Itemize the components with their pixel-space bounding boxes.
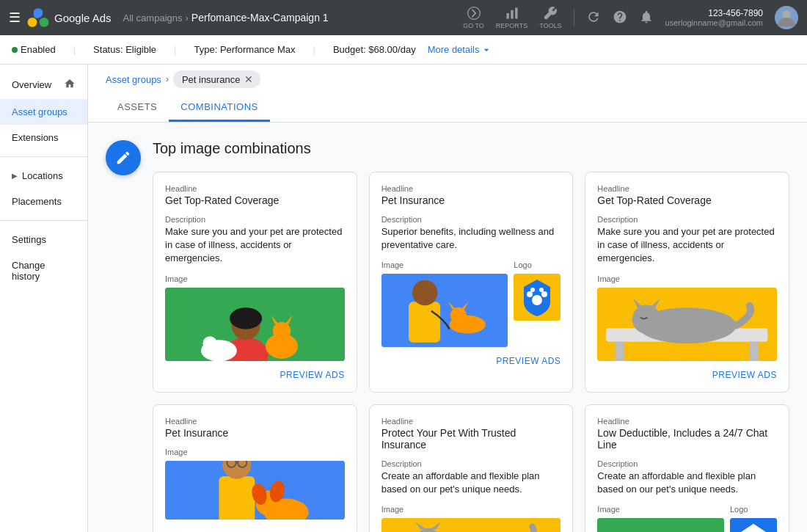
svg-point-4 <box>467 7 480 20</box>
home-icon <box>64 78 76 92</box>
paw-logo2-illustration <box>730 518 777 532</box>
cards-grid: Headline Get Top-Rated Coverage Descript… <box>153 172 789 532</box>
svg-rect-5 <box>506 13 508 19</box>
campaign-name: Perfomance-Max-Campaign 1 <box>191 12 329 23</box>
all-campaigns-link[interactable]: All campaigns <box>123 12 183 23</box>
edit-button-area <box>106 140 141 532</box>
sidebar-item-settings[interactable]: Settings <box>0 227 87 252</box>
card6-headline-label: Headline <box>597 417 777 426</box>
card2-headline-label: Headline <box>381 184 561 193</box>
hamburger-menu-icon[interactable]: ☰ <box>9 10 21 26</box>
breadcrumb-nav: All campaigns › Perfomance-Max-Campaign … <box>123 12 329 23</box>
card6-logo-label: Logo <box>730 505 777 514</box>
svg-rect-35 <box>750 342 759 361</box>
card5-image-label: Image <box>381 505 561 514</box>
svg-point-0 <box>28 18 37 27</box>
tools-button[interactable]: TOOLS <box>539 6 561 29</box>
edit-button[interactable] <box>106 140 141 175</box>
tab-assets[interactable]: ASSETS <box>106 94 169 122</box>
tab-combinations[interactable]: COMBINATIONS <box>169 94 269 122</box>
card1-image-label: Image <box>165 274 345 283</box>
goto-button[interactable]: GO TO <box>463 6 484 29</box>
settings-label: Settings <box>12 234 46 245</box>
card6-image-area: Image <box>597 505 724 532</box>
app-name: Google Ads <box>54 12 112 24</box>
card5-desc-value: Create an affordable and flexible plan b… <box>381 470 561 496</box>
card2-media-row: Image <box>381 260 561 347</box>
google-ads-logo: Google Ads <box>26 6 112 29</box>
card4-image-area <box>165 461 345 520</box>
card3-desc-label: Description <box>597 215 777 224</box>
vet-dog-illustration <box>165 461 345 520</box>
svg-point-31 <box>539 288 544 292</box>
placements-label: Placements <box>12 196 62 207</box>
card5-image-area <box>381 518 561 532</box>
refresh-button[interactable] <box>586 10 601 26</box>
card6-logo-area: Logo <box>730 505 777 532</box>
sidebar-section-settings: Settings Change history <box>0 220 87 289</box>
sidebar-item-placements[interactable]: Placements <box>0 189 87 214</box>
reports-label: REPORTS <box>496 22 527 29</box>
card2-image-label: Image <box>381 260 508 269</box>
sidebar-item-change-history[interactable]: Change history <box>0 252 87 289</box>
card6-image-label: Image <box>597 505 724 514</box>
combination-card-6: Headline Low Deductible, Includes a 24/7… <box>585 404 789 532</box>
svg-rect-34 <box>616 342 624 361</box>
asset-groups-label: Asset groups <box>12 106 67 117</box>
card6-desc-label: Description <box>597 459 777 468</box>
account-info: 123-456-7890 userloginname@gmail.com <box>665 8 763 27</box>
locations-label: Locations <box>22 170 63 181</box>
card3-image-label: Image <box>597 274 777 283</box>
goto-label: GO TO <box>463 22 484 29</box>
reports-button[interactable]: REPORTS <box>496 6 527 29</box>
card4-headline-label: Headline <box>165 417 345 426</box>
card1-preview-ads-button[interactable]: PREVIEW ADS <box>165 370 345 380</box>
cat-sleep-illustration <box>597 288 777 361</box>
user-avatar[interactable] <box>775 6 798 29</box>
card2-image-area: Image <box>381 260 508 347</box>
asset-group-header: Asset groups › Pet insurance ✕ ASSETS CO… <box>88 65 807 123</box>
svg-point-29 <box>541 291 547 297</box>
svg-rect-41 <box>219 476 255 519</box>
card2-desc-label: Description <box>381 215 561 224</box>
card2-preview-ads-button[interactable]: PREVIEW ADS <box>381 356 561 366</box>
svg-rect-7 <box>515 8 517 19</box>
card1-image-area <box>165 288 345 361</box>
svg-point-1 <box>40 18 49 27</box>
svg-point-30 <box>530 288 535 292</box>
status-separator-1: | <box>73 44 76 55</box>
svg-rect-56 <box>597 518 724 532</box>
combination-card-2: Headline Pet Insurance Description Super… <box>369 172 574 393</box>
svg-rect-6 <box>511 10 513 19</box>
sidebar-item-locations[interactable]: ▶ Locations <box>0 163 87 189</box>
notifications-button[interactable] <box>639 10 654 26</box>
card2-headline-value: Pet Insurance <box>381 194 561 206</box>
sidebar: Overview Asset groups Extensions ▶ Locat… <box>0 65 88 532</box>
extensions-label: Extensions <box>12 132 59 143</box>
more-details-button[interactable]: More details <box>428 44 493 56</box>
svg-point-37 <box>632 305 661 334</box>
help-button[interactable] <box>613 10 627 26</box>
woman-cat-illustration <box>165 288 345 361</box>
paw-logo-illustration <box>514 274 560 321</box>
nav-right-area: GO TO REPORTS TOOLS 123-456-7890 userlog… <box>463 6 798 29</box>
card5-desc-label: Description <box>381 459 561 468</box>
top-navigation: ☰ Google Ads All campaigns › Perfomance-… <box>0 0 807 35</box>
card3-desc-value: Make sure you and your pet are protected… <box>597 225 777 266</box>
change-history-label: Change history <box>12 260 76 282</box>
card4-headline-value: Pet Insurance <box>165 427 345 439</box>
card1-desc-value: Make sure you and your pet are protected… <box>165 225 345 266</box>
overview-label: Overview <box>12 79 51 90</box>
combination-card-1: Headline Get Top-Rated Coverage Descript… <box>153 172 357 393</box>
tools-label: TOOLS <box>539 22 561 29</box>
svg-point-3 <box>34 8 43 18</box>
asset-groups-breadcrumb[interactable]: Asset groups <box>106 74 161 85</box>
type-status: Type: Performance Max <box>194 44 296 55</box>
sidebar-item-asset-groups[interactable]: Asset groups <box>0 99 87 125</box>
card1-headline-value: Get Top-Rated Coverage <box>165 194 345 206</box>
card3-preview-ads-button[interactable]: PREVIEW ADS <box>597 370 777 380</box>
sidebar-item-extensions[interactable]: Extensions <box>0 125 87 150</box>
tag-close-button[interactable]: ✕ <box>244 73 253 85</box>
account-email: userloginname@gmail.com <box>665 18 763 27</box>
sidebar-item-overview[interactable]: Overview <box>0 70 87 99</box>
